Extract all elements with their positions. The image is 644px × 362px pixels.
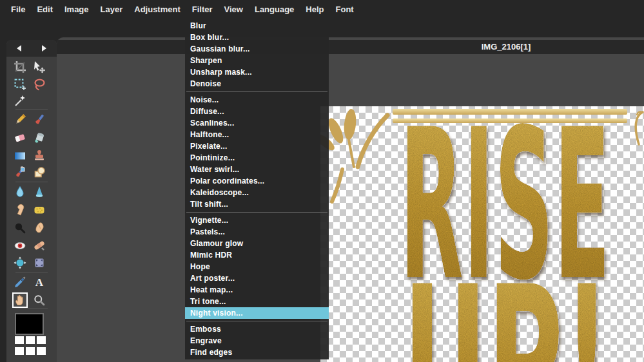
menu-item-art-poster[interactable]: Art poster...: [185, 272, 329, 284]
menu-item-tri-tone[interactable]: Tri tone...: [185, 296, 329, 307]
menu-item-night-vision[interactable]: Night vision...: [185, 307, 329, 319]
tool-bucket[interactable]: [32, 130, 47, 146]
menubar-item-file[interactable]: File: [5, 0, 31, 19]
color-replace-icon: [14, 166, 26, 179]
menu-item-pointinize[interactable]: Pointinize...: [185, 152, 329, 164]
spot-heal-icon: [33, 239, 46, 252]
menu-item-denoise[interactable]: Denoise: [185, 78, 329, 90]
menu-item-kaleidoscope[interactable]: Kaleidoscope...: [185, 187, 329, 198]
tool-sponge[interactable]: [32, 202, 47, 218]
menu-item-engrave[interactable]: Engrave: [185, 335, 329, 347]
menubar-item-filter[interactable]: Filter: [186, 0, 219, 19]
palette-cell[interactable]: [26, 347, 35, 355]
menu-item-noise[interactable]: Noise...: [185, 94, 329, 106]
tool-sharpen[interactable]: [32, 184, 47, 200]
menu-item-gaussian-blur[interactable]: Gaussian blur...: [185, 43, 329, 55]
stamp-icon: [33, 149, 46, 162]
menu-separator: [185, 319, 329, 323]
workspace: IMG_2106[1]: [57, 37, 644, 362]
menu-item-glamour-glow[interactable]: Glamour glow: [185, 238, 329, 249]
tool-bloat[interactable]: [12, 255, 28, 271]
dodge-icon: [14, 222, 26, 234]
tool-shapes[interactable]: [32, 165, 47, 180]
palette-cell[interactable]: [37, 347, 46, 355]
menubar-item-view[interactable]: View: [219, 0, 249, 19]
menu-item-water-swirl[interactable]: Water swirl...: [185, 164, 329, 175]
canvas-viewport[interactable]: RISE UP!: [320, 106, 644, 362]
main-color-swatch[interactable]: [15, 313, 44, 335]
menubar-item-edit[interactable]: Edit: [31, 0, 59, 19]
tool-type[interactable]: A: [32, 274, 47, 290]
tools-panel-header: [6, 40, 57, 57]
menubar-item-font[interactable]: Font: [330, 0, 360, 19]
menu-item-polar-coordinates[interactable]: Polar coordinates...: [185, 175, 329, 187]
menu-item-tilt-shift[interactable]: Tilt shift...: [185, 198, 329, 210]
tool-dodge[interactable]: [12, 220, 28, 236]
menu-item-pixelate[interactable]: Pixelate...: [185, 140, 329, 152]
toolbar-divider: [15, 272, 48, 272]
menu-item-diffuse[interactable]: Diffuse...: [185, 106, 329, 117]
palette-cell[interactable]: [26, 336, 35, 344]
tool-row: [6, 184, 57, 200]
menu-item-heat-map[interactable]: Heat map...: [185, 284, 329, 296]
menubar-item-layer[interactable]: Layer: [95, 0, 129, 19]
tool-lasso[interactable]: [32, 77, 47, 92]
move-icon: [33, 61, 46, 73]
tool-zoom[interactable]: [32, 292, 47, 308]
menubar-item-help[interactable]: Help: [300, 0, 329, 19]
tool-pinch[interactable]: [32, 255, 47, 271]
tool-smudge[interactable]: [12, 202, 28, 218]
menu-item-find-edges[interactable]: Find edges: [185, 347, 329, 358]
menu-item-emboss[interactable]: Emboss: [185, 323, 329, 335]
menu-item-vignette[interactable]: Vignette...: [185, 214, 329, 226]
tool-blur[interactable]: [12, 184, 28, 200]
collapse-left-arrow-icon[interactable]: [17, 45, 21, 52]
tool-red-eye[interactable]: [12, 238, 28, 253]
tool-gradient[interactable]: [12, 148, 28, 164]
tool-burn[interactable]: [32, 220, 47, 236]
menu-item-scanlines[interactable]: Scanlines...: [185, 117, 329, 129]
filter-dropdown-menu: BlurBox blur...Gaussian blur...SharpenUn…: [185, 19, 329, 359]
tool-eraser[interactable]: [12, 130, 28, 146]
menu-item-pastels[interactable]: Pastels...: [185, 226, 329, 238]
menu-item-mimic-hdr[interactable]: Mimic HDR: [185, 249, 329, 261]
tool-crop[interactable]: [12, 59, 28, 75]
sharpen-icon: [33, 186, 46, 198]
menubar-item-adjustment[interactable]: Adjustment: [128, 0, 186, 19]
menu-item-halftone[interactable]: Halftone...: [185, 129, 329, 140]
hand-icon: [14, 294, 26, 307]
tool-row: [6, 93, 57, 109]
palette-cell[interactable]: [15, 336, 24, 344]
image-window-titlebar[interactable]: IMG_2106[1]: [57, 40, 644, 54]
tool-move[interactable]: [32, 59, 47, 75]
tool-spot-heal[interactable]: [32, 238, 47, 253]
collapse-right-arrow-icon[interactable]: [42, 45, 46, 52]
tool-row: [6, 112, 57, 128]
tool-brush[interactable]: [32, 112, 47, 128]
palette-cell[interactable]: [37, 336, 46, 344]
color-picker-icon: [14, 276, 26, 289]
menubar-item-language[interactable]: Language: [249, 0, 300, 19]
tool-color-picker[interactable]: [12, 274, 28, 290]
tool-hand[interactable]: [12, 292, 28, 308]
image-text-up: UP!: [403, 242, 610, 362]
tool-row: [6, 202, 57, 218]
zoom-icon: [33, 294, 46, 307]
tool-pencil[interactable]: [12, 112, 28, 128]
palette-cell[interactable]: [15, 347, 24, 355]
pencil-icon: [14, 113, 26, 126]
tool-row: [6, 165, 57, 180]
menubar-item-image[interactable]: Image: [59, 0, 95, 19]
menu-item-blur[interactable]: Blur: [185, 20, 329, 32]
svg-text:A: A: [35, 276, 44, 289]
tool-stamp[interactable]: [32, 148, 47, 164]
tool-color-replace[interactable]: [12, 165, 28, 180]
menu-item-unsharp-mask[interactable]: Unsharp mask...: [185, 66, 329, 78]
tool-marquee[interactable]: [12, 77, 28, 92]
menu-item-hope[interactable]: Hope: [185, 261, 329, 272]
menu-item-box-blur[interactable]: Box blur...: [185, 32, 329, 43]
tool-row: [6, 59, 57, 75]
toolbar-divider: [15, 110, 48, 110]
tool-wand[interactable]: [12, 93, 28, 109]
menu-item-sharpen[interactable]: Sharpen: [185, 55, 329, 66]
